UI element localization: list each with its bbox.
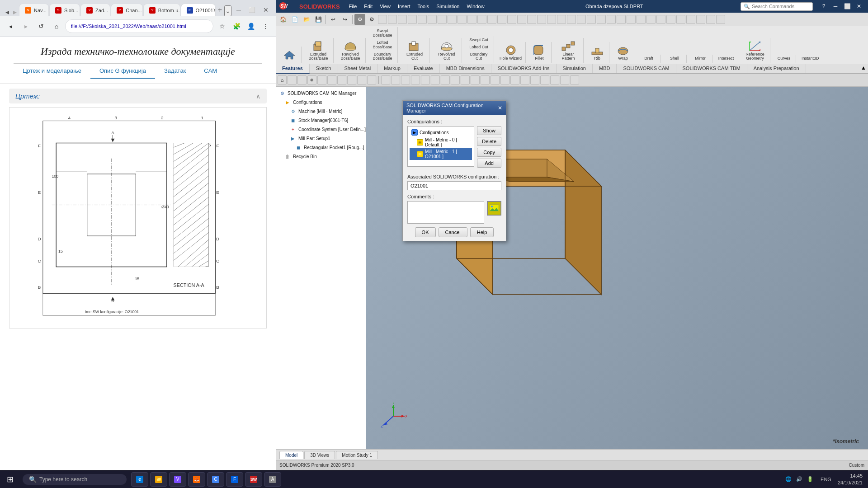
taskbar-file-explorer[interactable]: 📁 bbox=[150, 472, 167, 487]
instant3d-btn[interactable]: Instant3D bbox=[800, 56, 821, 62]
dialog-close-btn[interactable]: ✕ bbox=[498, 105, 502, 111]
sw-help-btn[interactable]: ? bbox=[818, 2, 829, 11]
tb-icon-9[interactable] bbox=[458, 15, 467, 24]
tb-icon-10[interactable] bbox=[467, 15, 476, 24]
help-button[interactable]: Help bbox=[470, 227, 494, 237]
tb-icon-4[interactable] bbox=[408, 15, 417, 24]
tb-icon-26[interactable] bbox=[627, 15, 636, 24]
new-tab-button[interactable]: + bbox=[216, 4, 224, 16]
taskbar-viber[interactable]: V bbox=[169, 472, 186, 487]
sec-tb-icon-4[interactable]: ⊕ bbox=[307, 75, 316, 84]
sec-tb-icon-16[interactable] bbox=[431, 75, 440, 84]
hole-wizard-btn[interactable]: Hole Wizard bbox=[498, 43, 524, 62]
extruded-boss-btn[interactable]: Extruded Boss/Base bbox=[305, 39, 331, 62]
more-tabs-button[interactable]: ⌄ bbox=[224, 5, 231, 16]
tab-simulation[interactable]: Simulation bbox=[557, 64, 593, 73]
sw-menu-tools[interactable]: Tools bbox=[414, 2, 433, 11]
ft-cam-nc-manager[interactable]: ⚙ SOLIDWORKS CAM NC Manager bbox=[276, 89, 366, 98]
rib-btn[interactable]: Rib bbox=[587, 43, 607, 62]
sec-tb-icon-8[interactable] bbox=[347, 75, 356, 84]
sw-tab-motion-study[interactable]: Motion Study 1 bbox=[336, 451, 378, 459]
taskbar-sw[interactable]: SW bbox=[245, 472, 262, 487]
sw-minimize-btn[interactable]: ─ bbox=[830, 2, 841, 11]
tb-icon-29[interactable] bbox=[656, 15, 665, 24]
sec-tb-icon-26[interactable] bbox=[530, 75, 539, 84]
sw-close-btn[interactable]: ✕ bbox=[854, 2, 864, 11]
sw-options-icon[interactable]: ⚙ bbox=[366, 14, 377, 25]
config-root-item[interactable]: ▶ Configurations bbox=[410, 128, 472, 136]
sw-restore-btn[interactable]: ⬜ bbox=[842, 2, 853, 11]
taskbar-firefox-dev[interactable]: F bbox=[226, 472, 243, 487]
intersect-btn[interactable]: Intersect bbox=[716, 56, 736, 62]
tab-features[interactable]: Features bbox=[276, 64, 310, 74]
browser-tab-nav[interactable]: N Nav... ✕ bbox=[19, 4, 49, 16]
sec-tb-icon-21[interactable] bbox=[481, 75, 490, 84]
ft-machine[interactable]: ⚙ Machine [Mill - Metric] bbox=[276, 107, 366, 116]
config-mill-default-item[interactable]: M Mill - Metric - 0 [ Default ] bbox=[410, 136, 472, 148]
windows-search-box[interactable]: 🔍 Type here to search bbox=[23, 474, 127, 485]
tb-icon-14[interactable] bbox=[507, 15, 516, 24]
sec-tb-icon-3[interactable] bbox=[297, 75, 307, 84]
sec-tb-icon-30[interactable] bbox=[570, 75, 579, 84]
sw-tab-3d-views[interactable]: 3D Views bbox=[304, 451, 335, 459]
extensions-button[interactable]: 🧩 bbox=[230, 19, 243, 33]
sw-viewport[interactable]: X Y Z *Isometric SOLIDWORKS C bbox=[366, 87, 868, 449]
tab-mbd[interactable]: MBD bbox=[593, 64, 617, 73]
draft-btn[interactable]: Draft bbox=[639, 56, 659, 62]
forward-button[interactable]: ▸ bbox=[19, 19, 33, 33]
ft-rectangular-pocket[interactable]: ◼ Rectangular Pocket1 [Roug...] bbox=[276, 143, 366, 152]
revolved-boss-btn[interactable]: Revolved Boss/Base bbox=[337, 39, 363, 62]
tb-icon-23[interactable] bbox=[597, 15, 606, 24]
sec-tb-icon-5[interactable] bbox=[317, 75, 326, 84]
cancel-button[interactable]: Cancel bbox=[439, 227, 467, 237]
sec-tb-icon-23[interactable] bbox=[500, 75, 509, 84]
windows-clock[interactable]: 14:45 24/10/2021 bbox=[838, 473, 863, 486]
ok-button[interactable]: OK bbox=[415, 227, 436, 237]
tb-icon-27[interactable] bbox=[637, 15, 646, 24]
taskbar-app8[interactable]: A bbox=[264, 472, 281, 487]
sw-undo-icon[interactable]: ↩ bbox=[328, 14, 339, 25]
associated-config-input[interactable] bbox=[407, 181, 501, 190]
page-nav-crtez[interactable]: Цртеж и моделарање bbox=[14, 64, 90, 79]
sec-tb-icon-25[interactable] bbox=[520, 75, 529, 84]
ribbon-collapse-icon[interactable]: ▲ bbox=[859, 64, 868, 73]
tb-icon-28[interactable] bbox=[646, 15, 656, 24]
page-nav-cam[interactable]: CAM bbox=[195, 64, 226, 79]
tb-icon-1[interactable] bbox=[378, 15, 387, 24]
sec-tb-icon-10[interactable] bbox=[367, 75, 376, 84]
browser-settings-button[interactable]: ⋮ bbox=[259, 19, 272, 33]
sec-tb-icon-6[interactable] bbox=[327, 75, 336, 84]
taskbar-firefox[interactable]: 🦊 bbox=[188, 472, 205, 487]
tray-sound-icon[interactable]: 🔊 bbox=[795, 475, 803, 483]
ft-recycle-bin[interactable]: 🗑 Recycle Bin bbox=[276, 152, 366, 161]
profile-button[interactable]: 👤 bbox=[244, 19, 258, 33]
tab-analysis-preparation[interactable]: Analysis Preparation bbox=[747, 64, 806, 73]
tb-icon-20[interactable] bbox=[567, 15, 576, 24]
curves-btn[interactable]: Curves bbox=[774, 56, 794, 62]
lofted-cut-btn[interactable]: Lofted Cut bbox=[467, 44, 490, 51]
sw-search-input[interactable] bbox=[752, 4, 806, 9]
tb-icon-34[interactable] bbox=[706, 15, 715, 24]
tb-icon-18[interactable] bbox=[547, 15, 556, 24]
taskbar-chrome[interactable]: C bbox=[207, 472, 224, 487]
boundary-cut-btn[interactable]: Boundary Cut bbox=[466, 52, 492, 62]
tb-icon-35[interactable] bbox=[716, 15, 725, 24]
delete-button[interactable]: Delete bbox=[477, 137, 501, 146]
linear-pattern-btn[interactable]: Linear Pattern bbox=[555, 39, 581, 62]
sw-menu-edit[interactable]: Edit bbox=[360, 2, 376, 11]
page-nav-opis[interactable]: Опис G функција bbox=[90, 64, 155, 79]
sec-tb-icon-2[interactable] bbox=[288, 75, 297, 84]
browser-tab-zad[interactable]: Y Zad... ✕ bbox=[80, 4, 110, 16]
tab-evaluate[interactable]: Evaluate bbox=[407, 64, 440, 73]
tb-icon-33[interactable] bbox=[696, 15, 705, 24]
sw-home-btn[interactable] bbox=[279, 47, 299, 62]
taskbar-edge[interactable]: e bbox=[131, 472, 148, 487]
tb-icon-22[interactable] bbox=[587, 15, 596, 24]
tab-sketch[interactable]: Sketch bbox=[310, 64, 338, 73]
sw-redo-icon[interactable]: ↪ bbox=[340, 14, 350, 25]
boundary-boss-btn[interactable]: Boundary Boss/Base bbox=[369, 52, 396, 62]
sec-tb-icon-18[interactable] bbox=[451, 75, 460, 84]
tab-sw-addins[interactable]: SOLIDWORKS Add-Ins bbox=[491, 64, 557, 73]
ft-coordinate-system[interactable]: + Coordinate System [User Defin...] bbox=[276, 125, 366, 134]
tb-icon-13[interactable] bbox=[497, 15, 506, 24]
